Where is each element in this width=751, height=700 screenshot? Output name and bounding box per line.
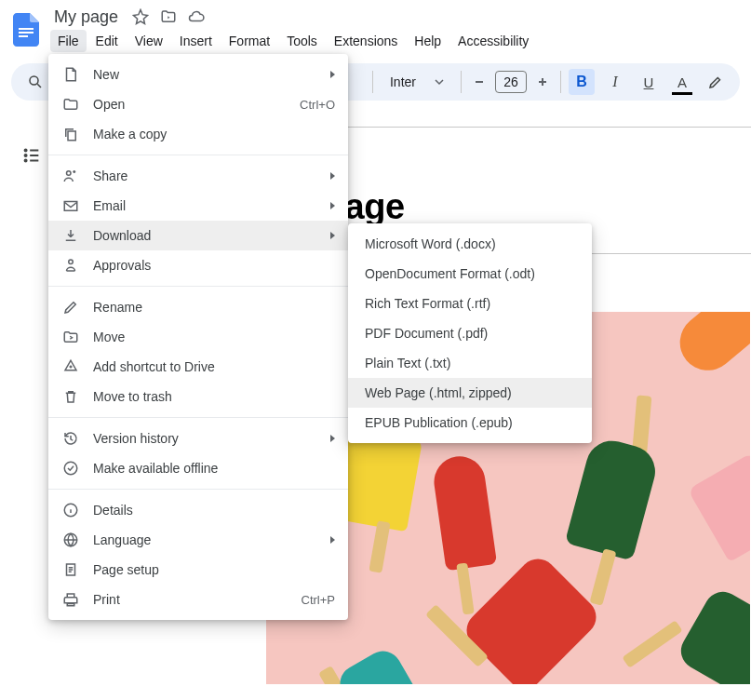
history-icon xyxy=(61,429,80,448)
menubar: File Edit View Insert Format Tools Exten… xyxy=(50,30,536,52)
svg-rect-7 xyxy=(68,131,75,141)
file-menu-share[interactable]: Share xyxy=(48,161,348,191)
download-icon xyxy=(61,226,80,245)
download-docx[interactable]: Microsoft Word (.docx) xyxy=(348,229,592,259)
trash-icon xyxy=(61,387,80,406)
download-html[interactable]: Web Page (.html, zipped) xyxy=(348,378,592,408)
outline-toggle-button[interactable] xyxy=(17,141,47,170)
chevron-right-icon xyxy=(330,435,335,442)
folder-open-icon xyxy=(61,95,80,114)
download-txt[interactable]: Plain Text (.txt) xyxy=(348,348,592,378)
svg-rect-1 xyxy=(19,32,34,34)
page-setup-icon xyxy=(61,560,80,579)
file-menu-move-to-trash[interactable]: Move to trash xyxy=(48,382,348,411)
menubar-item-format[interactable]: Format xyxy=(221,30,277,52)
download-pdf[interactable]: PDF Document (.pdf) xyxy=(348,318,592,348)
menu-separator xyxy=(48,155,348,155)
text-color-button[interactable]: A xyxy=(669,69,695,95)
copy-icon xyxy=(61,125,80,143)
move-icon xyxy=(61,328,80,346)
font-family-select[interactable]: Inter xyxy=(381,74,453,89)
print-icon xyxy=(61,590,80,609)
file-menu-version-history[interactable]: Version history xyxy=(48,424,348,453)
chevron-right-icon xyxy=(330,232,335,239)
menubar-item-file[interactable]: File xyxy=(50,30,87,52)
svg-point-10 xyxy=(69,260,74,264)
svg-point-11 xyxy=(64,462,77,475)
menubar-item-help[interactable]: Help xyxy=(407,30,449,52)
file-menu-offline[interactable]: Make available offline xyxy=(48,453,348,483)
chevron-right-icon xyxy=(330,536,335,544)
download-odt[interactable]: OpenDocument Format (.odt) xyxy=(348,259,592,289)
decrease-font-size-button[interactable] xyxy=(469,72,489,92)
app-header: My page File Edit View Insert Format Too… xyxy=(0,0,751,60)
toolbar-separator xyxy=(372,71,373,93)
drive-shortcut-icon xyxy=(61,357,80,376)
cloud-status-icon[interactable] xyxy=(187,7,206,26)
file-menu-language[interactable]: Language xyxy=(48,525,348,555)
file-menu-rename[interactable]: Rename xyxy=(48,292,348,322)
toolbar-separator xyxy=(560,71,561,93)
offline-icon xyxy=(61,459,80,478)
svg-point-4 xyxy=(24,149,26,151)
email-icon xyxy=(61,196,80,215)
svg-point-8 xyxy=(67,171,72,176)
file-menu-make-copy[interactable]: Make a copy xyxy=(48,119,348,149)
font-size-group: 26 xyxy=(469,71,553,93)
info-icon xyxy=(61,501,80,519)
menubar-item-extensions[interactable]: Extensions xyxy=(327,30,405,52)
bold-button[interactable]: B xyxy=(569,69,595,95)
chevron-down-icon xyxy=(435,77,444,87)
chevron-right-icon xyxy=(330,202,335,209)
file-menu-approvals[interactable]: Approvals xyxy=(48,250,348,280)
file-menu-print[interactable]: Print Ctrl+P xyxy=(48,585,348,614)
menubar-item-tools[interactable]: Tools xyxy=(279,30,325,52)
menu-separator xyxy=(48,489,348,490)
star-icon[interactable] xyxy=(131,7,150,26)
file-menu-new[interactable]: New xyxy=(48,60,348,89)
highlight-color-button[interactable] xyxy=(703,69,729,95)
download-rtf[interactable]: Rich Text Format (.rtf) xyxy=(348,289,592,318)
toolbar-separator xyxy=(461,71,462,93)
document-title[interactable]: My page xyxy=(50,7,122,27)
menubar-item-view[interactable]: View xyxy=(127,30,170,52)
increase-font-size-button[interactable] xyxy=(532,72,553,92)
download-epub[interactable]: EPUB Publication (.epub) xyxy=(348,408,592,438)
move-folder-icon[interactable] xyxy=(159,7,178,26)
globe-icon xyxy=(61,531,80,549)
underline-button[interactable]: U xyxy=(636,69,662,95)
title-column: My page File Edit View Insert Format Too… xyxy=(50,6,536,52)
approvals-icon xyxy=(61,256,80,275)
file-menu-open[interactable]: Open Ctrl+O xyxy=(48,89,348,119)
file-menu-details[interactable]: Details xyxy=(48,495,348,525)
share-icon xyxy=(61,167,80,185)
file-menu-page-setup[interactable]: Page setup xyxy=(48,555,348,585)
svg-point-5 xyxy=(24,155,26,156)
font-size-input[interactable]: 26 xyxy=(495,71,527,93)
chevron-right-icon xyxy=(330,172,335,180)
file-menu-email[interactable]: Email xyxy=(48,191,348,221)
download-submenu: Microsoft Word (.docx) OpenDocument Form… xyxy=(348,223,592,443)
svg-rect-0 xyxy=(19,28,34,30)
svg-point-3 xyxy=(30,76,38,85)
file-menu: New Open Ctrl+O Make a copy Share Email … xyxy=(48,54,348,620)
menu-separator xyxy=(48,417,348,418)
new-doc-icon xyxy=(61,65,80,84)
file-menu-add-shortcut[interactable]: Add shortcut to Drive xyxy=(48,352,348,382)
svg-point-6 xyxy=(24,159,26,161)
menubar-item-insert[interactable]: Insert xyxy=(172,30,220,52)
docs-logo[interactable] xyxy=(9,9,43,50)
menubar-item-accessibility[interactable]: Accessibility xyxy=(450,30,536,52)
rename-icon xyxy=(61,298,80,316)
file-menu-download[interactable]: Download xyxy=(48,221,348,250)
search-icon[interactable] xyxy=(22,69,48,95)
file-menu-move[interactable]: Move xyxy=(48,322,348,352)
chevron-right-icon xyxy=(330,71,335,78)
menubar-item-edit[interactable]: Edit xyxy=(88,30,126,52)
italic-button[interactable]: I xyxy=(602,69,628,95)
font-family-label: Inter xyxy=(390,74,416,89)
menu-separator xyxy=(48,286,348,287)
svg-rect-2 xyxy=(19,35,28,37)
